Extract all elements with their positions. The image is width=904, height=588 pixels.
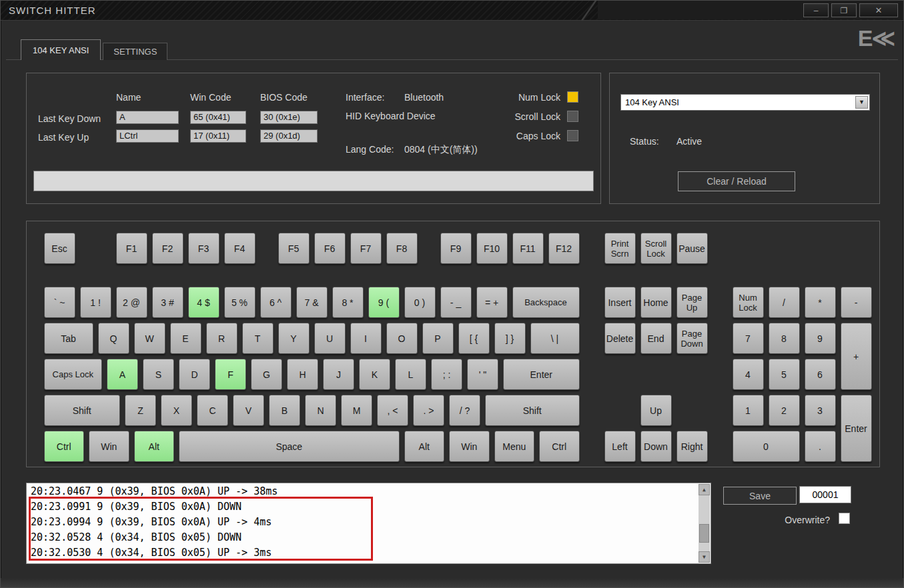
keyboard-row: ShiftZXCVBNM, <. >/ ?Shift — [41, 395, 582, 426]
scroll-down-button[interactable]: ▼ — [699, 551, 710, 563]
key-cell: = + — [474, 287, 510, 318]
typing-test-input[interactable] — [33, 171, 594, 191]
key-sym: \ | — [530, 323, 580, 354]
key-cell: N — [303, 395, 339, 426]
key-f: F — [215, 359, 246, 390]
app-window: SWITCH HITTER – ❐ ✕ E≪ 104 KEY ANSI SETT… — [0, 0, 904, 588]
key-y: Y — [278, 323, 310, 354]
key-cell: F3 — [185, 233, 221, 264]
log-line: 20:32.6546 A (0x41, BIOS 0x1e) DOWN — [31, 561, 695, 564]
window-title: SWITCH HITTER — [9, 5, 96, 16]
key-f2: F2 — [152, 233, 183, 264]
dropdown-arrow-icon[interactable]: ▼ — [855, 96, 868, 109]
device-name: HID Keyboard Device — [346, 111, 436, 121]
save-button[interactable]: Save — [723, 487, 797, 505]
clear-reload-button[interactable]: Clear / Reload — [678, 171, 795, 191]
layout-select[interactable]: 104 Key ANSI ▼ — [620, 94, 870, 111]
key-cell: R — [203, 323, 240, 354]
key-sym: [ { — [458, 323, 490, 354]
key-space: Space — [179, 431, 400, 462]
key-win: Win — [89, 431, 129, 462]
key-spacer — [602, 395, 638, 426]
key-7: 7 — [733, 323, 764, 354]
key-6: 6 ^ — [260, 287, 292, 318]
key-cell: Caps Lock — [41, 359, 105, 390]
last-key-down-name-field: A — [116, 111, 179, 124]
key-scroll-lock: Scroll Lock — [640, 233, 672, 264]
scroll-lock-label: Scroll Lock — [427, 111, 560, 122]
key-0: 0 ) — [404, 287, 436, 318]
last-key-down-label: Last Key Down — [38, 113, 101, 124]
key-v: V — [233, 395, 264, 426]
key-cell: F5 — [276, 233, 312, 264]
caps-lock-label: Caps Lock — [427, 131, 560, 141]
key-spacer — [674, 395, 710, 426]
key-cell: Insert — [602, 287, 638, 318]
key-f8: F8 — [386, 233, 418, 264]
scroll-up-button[interactable]: ▲ — [699, 484, 710, 495]
key-cell: C — [195, 395, 231, 426]
key-end: End — [640, 323, 672, 354]
key-cell: F11 — [510, 233, 546, 264]
key-cell: F2 — [149, 233, 185, 264]
key-alt: Alt — [134, 431, 175, 462]
key-3: 3 # — [152, 287, 183, 318]
num-lock-label: Num Lock — [427, 92, 560, 103]
key-pause: Pause — [676, 233, 708, 264]
close-button[interactable]: ✕ — [859, 3, 898, 17]
key-n: N — [305, 395, 336, 426]
key-cell: Pause — [674, 233, 710, 264]
key-cell: 0 — [730, 431, 802, 462]
key-cell: B — [267, 395, 303, 426]
key-sym: / ? — [449, 395, 480, 426]
key-cell: Shift — [483, 395, 582, 426]
key-sym: ` ~ — [44, 287, 75, 318]
key-win: Win — [449, 431, 490, 462]
key-cell: 8 * — [330, 287, 366, 318]
key-cell: 6 ^ — [258, 287, 294, 318]
caps-lock-indicator — [567, 130, 578, 141]
key-cell: Shift — [41, 395, 123, 426]
key-m: M — [341, 395, 372, 426]
log-line: 20:32.0530 4 (0x34, BIOS 0x05) UP -> 3ms — [31, 545, 695, 561]
key-0: 0 — [733, 431, 800, 462]
key-1: 1 — [733, 395, 764, 426]
tab-104-key-ansi[interactable]: 104 KEY ANSI — [21, 39, 101, 60]
key-cell: P — [420, 323, 456, 354]
key-cell: F10 — [474, 233, 510, 264]
key-cell: 5 % — [221, 287, 258, 318]
key-cell: Ctrl — [41, 431, 87, 462]
key-q: Q — [98, 323, 129, 354]
maximize-button[interactable]: ❐ — [831, 3, 857, 17]
key-cell: [ { — [456, 323, 492, 354]
lang-code-label: Lang Code: — [346, 144, 394, 155]
key-cell: \ | — [528, 323, 582, 354]
last-key-up-win-code-field: 17 (0x11) — [190, 129, 246, 143]
save-counter-field[interactable]: 00001 — [799, 486, 851, 503]
key-w: W — [134, 323, 165, 354]
key-cell: Ctrl — [537, 431, 582, 462]
keyboard-main-block: EscF1F2F3F4F5F6F7F8F9F10F11F12` ~1 !2 @3… — [41, 233, 582, 467]
key-cell: . — [802, 431, 838, 462]
tab-settings[interactable]: SETTINGS — [103, 43, 167, 60]
key-f5: F5 — [278, 233, 310, 264]
keyboard-panel: EscF1F2F3F4F5F6F7F8F9F10F11F12` ~1 !2 @3… — [26, 221, 880, 467]
key-enter: Enter — [503, 359, 580, 390]
last-key-up-bios-code-field: 29 (0x1d) — [260, 129, 318, 143]
window-controls: – ❐ ✕ — [803, 3, 898, 17]
key-cell: Delete — [602, 323, 638, 354]
key-t: T — [242, 323, 274, 354]
key-cell: Enter — [501, 359, 582, 390]
keyboard-nav-block: Print ScrnScroll LockPause InsertHomePag… — [602, 233, 710, 462]
key-cell: Left — [602, 431, 638, 462]
key-cell: Up — [638, 395, 674, 426]
scrollbar-thumb[interactable] — [699, 524, 709, 543]
minimize-button[interactable]: – — [803, 3, 829, 17]
key-cell: 1 — [730, 395, 766, 426]
log-scrollbar[interactable]: ▲ ▼ — [699, 484, 710, 563]
key-cell: ; : — [429, 359, 465, 390]
key-2: 2 @ — [116, 287, 147, 318]
overwrite-checkbox[interactable] — [839, 513, 850, 524]
log-line: 20:23.0991 9 (0x39, BIOS 0x0A) DOWN — [31, 499, 695, 515]
key-e: E — [170, 323, 201, 354]
